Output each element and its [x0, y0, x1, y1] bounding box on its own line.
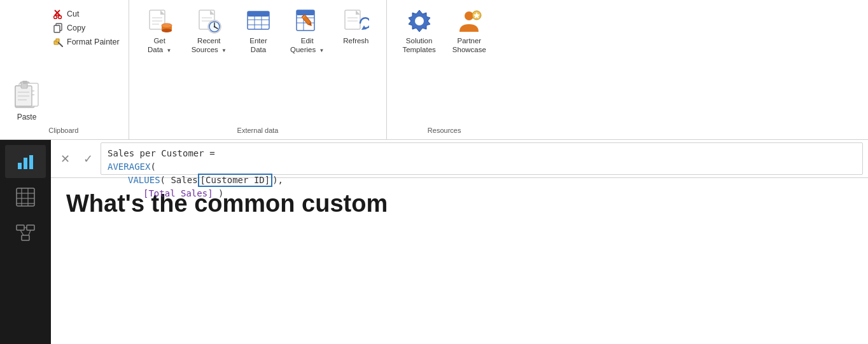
refresh-label: Refresh [343, 37, 368, 46]
cut-button[interactable]: Cut [51, 8, 122, 20]
format-painter-icon [53, 37, 64, 47]
svg-rect-77 [22, 235, 29, 240]
solution-templates-icon [406, 8, 433, 34]
clipboard-section-label: Clipboard [5, 124, 122, 137]
svg-point-32 [162, 29, 172, 32]
refresh-button[interactable]: Refresh [335, 4, 376, 50]
external-data-section-label: External data [139, 124, 377, 137]
ribbon: Paste [0, 0, 868, 140]
format-painter-button[interactable]: Format Painter [51, 36, 122, 48]
refresh-icon [342, 8, 369, 34]
get-data-label: Get Data ▼ [148, 37, 171, 55]
resources-buttons: Solution Templates Partner Showcase [397, 4, 491, 124]
content-area: ✕ ✓ Sales per Customer = AVERAGEX( VALUE… [51, 140, 868, 344]
cut-label: Cut [67, 10, 79, 18]
solution-templates-label: Solution Templates [402, 37, 435, 55]
formula-bar: ✕ ✓ Sales per Customer = AVERAGEX( VALUE… [51, 140, 868, 178]
svg-point-15 [54, 16, 57, 19]
solution-templates-button[interactable]: Solution Templates [397, 4, 440, 124]
partner-showcase-icon [456, 8, 482, 34]
svg-line-80 [29, 230, 31, 235]
lower-area: ✕ ✓ Sales per Customer = AVERAGEX( VALUE… [0, 140, 868, 344]
paste-button[interactable]: Paste [5, 4, 48, 124]
enter-data-button[interactable]: Enter Data [238, 4, 279, 58]
svg-point-42 [214, 26, 215, 27]
recent-sources-button[interactable]: Recent Sources ▼ [186, 4, 232, 58]
clipboard-main: Paste [5, 4, 122, 124]
formula-line-2: AVERAGEX( [108, 160, 856, 174]
recent-sources-dropdown-arrow: ▼ [221, 48, 227, 54]
svg-rect-9 [23, 81, 27, 84]
edit-queries-button[interactable]: Edit Queries ▼ [285, 4, 329, 58]
clipboard-actions: Cut Copy [51, 4, 122, 124]
sidebar-item-model[interactable] [5, 216, 46, 249]
cancel-icon: ✕ [60, 152, 70, 166]
clipboard-section: Paste [0, 0, 129, 139]
sidebar-item-report[interactable] [5, 145, 46, 178]
data-view-icon [15, 187, 36, 207]
svg-point-62 [415, 17, 424, 25]
svg-rect-68 [29, 155, 33, 169]
resources-section-label: Resources [397, 124, 491, 137]
formula-line-4: [Total Sales] ) [108, 187, 856, 200]
svg-rect-23 [56, 39, 59, 42]
sidebar [0, 140, 51, 344]
confirm-icon: ✓ [83, 152, 93, 166]
copy-icon [53, 23, 64, 33]
partner-showcase-button[interactable]: Partner Showcase [447, 4, 491, 124]
recent-sources-label: Recent Sources ▼ [192, 37, 227, 55]
external-data-section: Get Data ▼ [129, 0, 388, 139]
svg-rect-75 [17, 225, 24, 230]
get-data-icon [146, 8, 173, 34]
svg-rect-44 [248, 11, 269, 17]
formula-line-3: VALUES( Sales[Customer ID]), [108, 174, 856, 187]
svg-rect-66 [18, 163, 22, 169]
enter-data-label: Enter Data [249, 37, 267, 55]
svg-rect-67 [24, 158, 27, 169]
edit-queries-dropdown-arrow: ▼ [319, 48, 324, 54]
report-view-icon [15, 151, 36, 172]
external-data-buttons: Get Data ▼ [139, 4, 377, 124]
formula-cancel-button[interactable]: ✕ [56, 150, 74, 168]
copy-button[interactable]: Copy [51, 22, 122, 34]
paste-label: Paste [17, 113, 37, 121]
copy-label: Copy [67, 24, 85, 32]
enter-data-icon [245, 8, 272, 34]
model-view-icon [15, 223, 36, 243]
edit-queries-label: Edit Queries ▼ [290, 37, 324, 55]
svg-rect-21 [54, 25, 60, 32]
formula-confirm-button[interactable]: ✓ [79, 150, 97, 168]
format-painter-label: Format Painter [67, 38, 120, 46]
svg-rect-50 [297, 10, 314, 15]
formula-line-1: Sales per Customer = [108, 147, 856, 160]
formula-text-area[interactable]: Sales per Customer = AVERAGEX( VALUES( S… [101, 142, 863, 175]
cut-icon [53, 9, 64, 19]
paste-icon [10, 77, 43, 110]
get-data-dropdown-arrow: ▼ [166, 48, 171, 54]
get-data-button[interactable]: Get Data ▼ [139, 4, 180, 58]
edit-queries-icon [294, 8, 321, 34]
recent-sources-icon [195, 8, 222, 34]
svg-line-24 [59, 43, 62, 46]
partner-showcase-label: Partner Showcase [452, 37, 486, 55]
sidebar-item-data[interactable] [5, 181, 46, 214]
formula-controls: ✕ ✓ [56, 142, 97, 175]
svg-line-79 [20, 230, 24, 235]
svg-point-33 [162, 24, 172, 27]
resources-section: Solution Templates Partner Showcase [387, 0, 501, 139]
svg-rect-76 [27, 225, 34, 230]
